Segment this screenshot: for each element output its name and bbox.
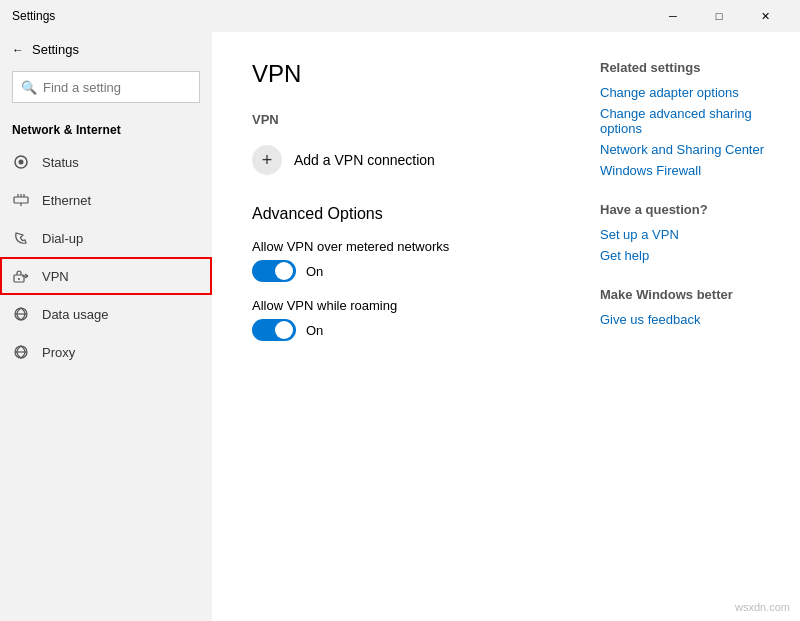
add-vpn-button[interactable]: + Add a VPN connection bbox=[252, 139, 540, 181]
feedback-section: Make Windows better Give us feedback bbox=[600, 287, 780, 327]
plus-icon: + bbox=[252, 145, 282, 175]
page-title: VPN bbox=[252, 60, 540, 88]
status-icon bbox=[12, 153, 30, 171]
back-icon: ← bbox=[12, 43, 24, 57]
link-setup-vpn[interactable]: Set up a VPN bbox=[600, 227, 780, 242]
svg-point-8 bbox=[18, 278, 20, 280]
sidebar-item-label-vpn: VPN bbox=[42, 269, 69, 284]
option-roaming-toggle-row: On bbox=[252, 319, 540, 341]
right-panel: Related settings Change adapter options … bbox=[580, 32, 800, 621]
link-network-center[interactable]: Network and Sharing Center bbox=[600, 142, 780, 157]
sidebar-item-label-proxy: Proxy bbox=[42, 345, 75, 360]
sidebar-item-ethernet[interactable]: Ethernet bbox=[0, 181, 212, 219]
sidebar-back-button[interactable]: ← Settings bbox=[0, 32, 212, 67]
question-section: Have a question? Set up a VPN Get help bbox=[600, 202, 780, 263]
search-icon: 🔍 bbox=[21, 80, 37, 95]
question-title: Have a question? bbox=[600, 202, 780, 217]
minimize-button[interactable]: ─ bbox=[650, 0, 696, 32]
svg-rect-2 bbox=[14, 197, 28, 203]
proxy-icon bbox=[12, 343, 30, 361]
ethernet-icon bbox=[12, 191, 30, 209]
link-sharing[interactable]: Change advanced sharing options bbox=[600, 106, 780, 136]
sidebar-section-label: Network & Internet bbox=[0, 115, 212, 143]
sidebar-item-label-dialup: Dial-up bbox=[42, 231, 83, 246]
sidebar-item-data-usage[interactable]: Data usage bbox=[0, 295, 212, 333]
option-roaming-label: Allow VPN while roaming bbox=[252, 298, 540, 313]
watermark: wsxdn.com bbox=[735, 601, 790, 613]
maximize-button[interactable]: □ bbox=[696, 0, 742, 32]
vpn-section-label: VPN bbox=[252, 112, 540, 127]
related-settings-section: Related settings Change adapter options … bbox=[600, 60, 780, 178]
link-firewall[interactable]: Windows Firewall bbox=[600, 163, 780, 178]
toggle-roaming-label: On bbox=[306, 323, 323, 338]
add-vpn-label: Add a VPN connection bbox=[294, 152, 435, 168]
vpn-icon bbox=[12, 267, 30, 285]
sidebar: ← Settings 🔍 Network & Internet Status E… bbox=[0, 32, 212, 621]
titlebar: Settings ─ □ ✕ bbox=[0, 0, 800, 32]
data-usage-icon bbox=[12, 305, 30, 323]
sidebar-item-label-status: Status bbox=[42, 155, 79, 170]
titlebar-controls: ─ □ ✕ bbox=[650, 0, 788, 32]
option-roaming: Allow VPN while roaming On bbox=[252, 298, 540, 341]
sidebar-search-box[interactable]: 🔍 bbox=[12, 71, 200, 103]
link-get-help[interactable]: Get help bbox=[600, 248, 780, 263]
link-adapter[interactable]: Change adapter options bbox=[600, 85, 780, 100]
close-button[interactable]: ✕ bbox=[742, 0, 788, 32]
feedback-title: Make Windows better bbox=[600, 287, 780, 302]
option-metered-label: Allow VPN over metered networks bbox=[252, 239, 540, 254]
related-settings-title: Related settings bbox=[600, 60, 780, 75]
sidebar-item-vpn[interactable]: VPN bbox=[0, 257, 212, 295]
titlebar-title: Settings bbox=[12, 9, 650, 23]
sidebar-item-proxy[interactable]: Proxy bbox=[0, 333, 212, 371]
toggle-roaming[interactable] bbox=[252, 319, 296, 341]
toggle-metered[interactable] bbox=[252, 260, 296, 282]
svg-point-1 bbox=[19, 160, 24, 165]
dialup-icon bbox=[12, 229, 30, 247]
link-feedback[interactable]: Give us feedback bbox=[600, 312, 780, 327]
sidebar-item-dialup[interactable]: Dial-up bbox=[0, 219, 212, 257]
sidebar-item-label-ethernet: Ethernet bbox=[42, 193, 91, 208]
sidebar-item-status[interactable]: Status bbox=[0, 143, 212, 181]
sidebar-back-label: Settings bbox=[32, 42, 79, 57]
app-container: ← Settings 🔍 Network & Internet Status E… bbox=[0, 32, 800, 621]
option-metered: Allow VPN over metered networks On bbox=[252, 239, 540, 282]
option-metered-toggle-row: On bbox=[252, 260, 540, 282]
toggle-metered-label: On bbox=[306, 264, 323, 279]
sidebar-item-label-data-usage: Data usage bbox=[42, 307, 109, 322]
main-content: VPN VPN + Add a VPN connection Advanced … bbox=[212, 32, 580, 621]
advanced-options-title: Advanced Options bbox=[252, 205, 540, 223]
search-input[interactable] bbox=[43, 80, 211, 95]
